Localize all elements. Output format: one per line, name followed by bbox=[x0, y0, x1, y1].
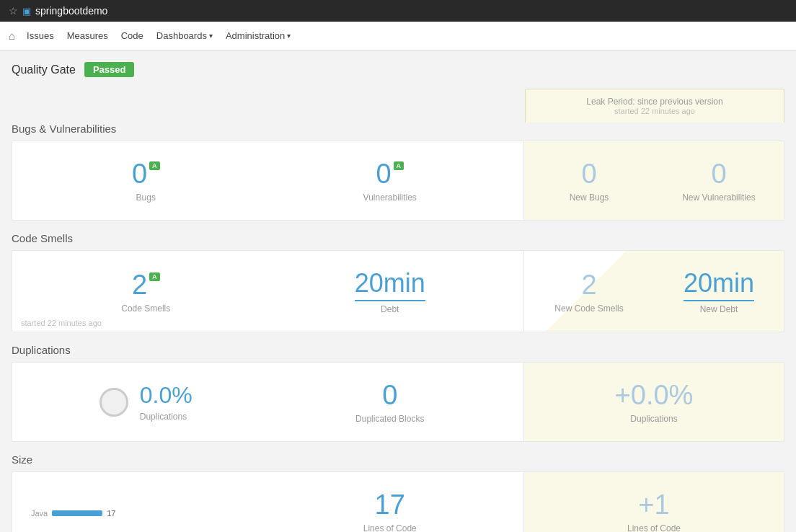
code-smells-right-panel: 2 New Code Smells 20min New Debt bbox=[524, 251, 784, 332]
debt-metric[interactable]: 20min Debt bbox=[268, 260, 513, 323]
dup-blocks-label: Duplicated Blocks bbox=[355, 414, 424, 424]
leak-period-subtitle: started 22 minutes ago bbox=[537, 107, 772, 115]
bugs-vuln-section-title: Bugs & Vulnerabilities bbox=[12, 123, 784, 135]
new-smells-label: New Code Smells bbox=[554, 303, 623, 314]
debt-label: Debt bbox=[381, 304, 399, 314]
dup-circle-metric[interactable]: 0.0% Duplications bbox=[24, 373, 268, 430]
nav-item-measures[interactable]: Measures bbox=[67, 23, 108, 48]
vuln-metric[interactable]: 0 A Vulnerabilities bbox=[268, 150, 513, 211]
new-loc-label: Lines of Code bbox=[627, 523, 681, 532]
new-bugs-metric[interactable]: 0 New Bugs bbox=[524, 141, 654, 220]
size-section: Size Java 17 17 bbox=[12, 453, 784, 532]
bugs-vuln-card: 0 A Bugs 0 A Vulnerabilities bbox=[12, 141, 784, 221]
nav-item-dashboards[interactable]: Dashboards ▾ bbox=[156, 23, 213, 48]
new-loc-metric[interactable]: +1 Lines of Code bbox=[524, 472, 784, 532]
vuln-label: Vulnerabilities bbox=[363, 192, 417, 203]
new-debt-label: New Debt bbox=[700, 304, 738, 314]
java-count: 17 bbox=[107, 509, 115, 518]
smells-label: Code Smells bbox=[121, 303, 170, 314]
code-smells-section: Code Smells 2 A Code Smells 20mi bbox=[12, 232, 784, 332]
bugs-value: 0 bbox=[132, 159, 147, 190]
dup-left-panel: 0.0% Duplications 0 Duplicated Blocks bbox=[12, 363, 524, 441]
duplications-card: 0.0% Duplications 0 Duplicated Blocks +0… bbox=[12, 362, 784, 442]
vuln-grade: A bbox=[394, 161, 404, 170]
dup-right-panel: +0.0% Duplications bbox=[524, 363, 784, 441]
new-smells-metric[interactable]: 2 New Code Smells bbox=[524, 251, 654, 332]
vuln-value: 0 bbox=[376, 159, 391, 190]
dup-section-title: Duplications bbox=[12, 344, 784, 356]
quality-gate-status: Passed bbox=[84, 62, 135, 77]
repo-icon: ▣ bbox=[22, 6, 31, 17]
leak-period-title: Leak Period: since previous version bbox=[537, 97, 772, 107]
new-smells-value: 2 bbox=[581, 270, 596, 301]
new-vuln-metric[interactable]: 0 New Vulnerabilities bbox=[654, 141, 784, 220]
bugs-vulnerabilities-section: Leak Period: since previous version star… bbox=[12, 89, 784, 221]
new-bugs-value: 0 bbox=[581, 159, 596, 190]
star-icon[interactable]: ☆ bbox=[9, 5, 18, 17]
dup-value: 0.0% bbox=[140, 382, 193, 409]
duplications-section: Duplications 0.0% Duplications bbox=[12, 344, 784, 442]
smells-grade: A bbox=[149, 272, 160, 281]
new-dup-label: Duplications bbox=[630, 414, 677, 424]
home-nav-item[interactable]: ⌂ bbox=[9, 22, 15, 49]
nav-item-administration[interactable]: Administration ▾ bbox=[226, 23, 291, 48]
code-smells-card: 2 A Code Smells 20min Debt started 22 mi… bbox=[12, 250, 784, 332]
bugs-vuln-left-panel: 0 A Bugs 0 A Vulnerabilities bbox=[12, 141, 524, 220]
java-bar bbox=[52, 510, 102, 516]
dup-donut-chart bbox=[100, 388, 128, 417]
new-bugs-label: New Bugs bbox=[570, 192, 609, 203]
new-vuln-value: 0 bbox=[711, 159, 726, 190]
smells-value: 2 bbox=[132, 270, 147, 301]
nav-item-code[interactable]: Code bbox=[121, 23, 143, 48]
size-section-title: Size bbox=[12, 453, 784, 466]
dup-blocks-value: 0 bbox=[382, 380, 397, 411]
project-name: springbootdemo bbox=[35, 5, 107, 17]
code-smells-section-title: Code Smells bbox=[12, 232, 784, 244]
smells-metric[interactable]: 2 A Code Smells bbox=[24, 260, 268, 323]
quality-gate-label: Quality Gate bbox=[12, 63, 76, 76]
code-smells-started: started 22 minutes ago bbox=[21, 319, 102, 327]
debt-value: 20min bbox=[355, 268, 425, 301]
loc-metric[interactable]: 17 Lines of Code bbox=[268, 481, 513, 532]
code-smells-left-panel: 2 A Code Smells 20min Debt started 22 mi… bbox=[12, 251, 524, 332]
bugs-metric[interactable]: 0 A Bugs bbox=[24, 150, 268, 211]
main-content: Quality Gate Passed Leak Period: since p… bbox=[0, 50, 796, 532]
bugs-label: Bugs bbox=[136, 192, 156, 203]
loc-label: Lines of Code bbox=[363, 523, 417, 532]
new-debt-metric[interactable]: 20min New Debt bbox=[654, 251, 784, 332]
java-label: Java bbox=[31, 509, 48, 518]
new-vuln-label: New Vulnerabilities bbox=[682, 192, 756, 203]
size-left-panel: Java 17 17 Lines of Code bbox=[12, 472, 524, 532]
size-card: Java 17 17 Lines of Code bbox=[12, 471, 784, 532]
top-bar: ☆ ▣ springbootdemo bbox=[0, 0, 796, 22]
nav-bar: ⌂ Issues Measures Code Dashboards ▾ Admi… bbox=[0, 22, 796, 50]
size-right-panel: +1 Lines of Code bbox=[524, 472, 784, 532]
new-debt-value: 20min bbox=[684, 268, 754, 301]
loc-value: 17 bbox=[375, 489, 405, 520]
java-bar-metric: Java 17 bbox=[24, 497, 268, 526]
bugs-grade: A bbox=[149, 161, 160, 170]
leak-period-header: Leak Period: since previous version star… bbox=[525, 89, 784, 123]
dup-blocks-metric[interactable]: 0 Duplicated Blocks bbox=[268, 371, 513, 433]
dup-label: Duplications bbox=[140, 412, 187, 422]
nav-item-issues[interactable]: Issues bbox=[27, 23, 54, 48]
new-loc-value: +1 bbox=[638, 489, 669, 520]
quality-gate-row: Quality Gate Passed bbox=[12, 62, 784, 77]
new-dup-value: +0.0% bbox=[615, 380, 694, 411]
new-dup-metric[interactable]: +0.0% Duplications bbox=[524, 363, 784, 441]
bugs-vuln-right-panel: 0 New Bugs 0 New Vulnerabilities bbox=[524, 141, 784, 220]
